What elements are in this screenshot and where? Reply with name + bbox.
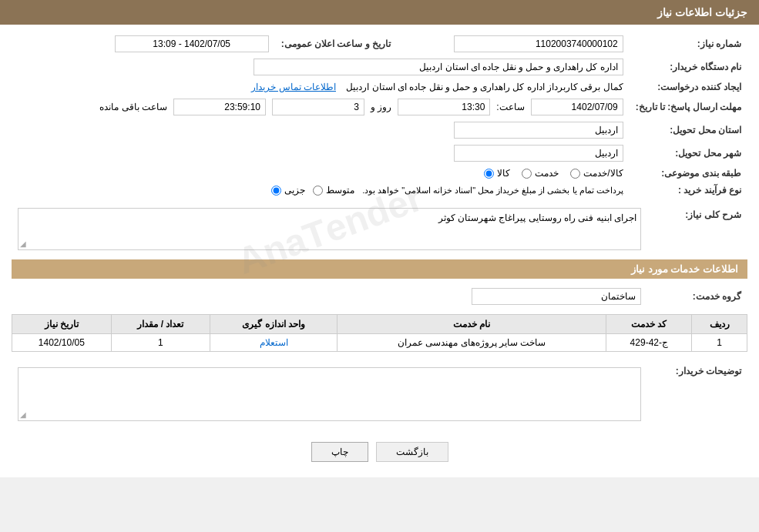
response-remaining: 23:59:10 — [173, 99, 266, 115]
creator-label: ایجاد کننده درخواست: — [630, 79, 747, 95]
buyer-org-label: نام دستگاه خریدار: — [630, 55, 747, 79]
table-row: 1ج-42-429ساخت سایر پروژه‌های مهندسی عمرا… — [12, 334, 747, 352]
response-deadline-label: مهلت ارسال پاسخ: تا تاریخ: — [630, 95, 747, 119]
category-kala-khedmat-radio[interactable] — [570, 169, 580, 179]
city-label: شهر محل تحویل: — [630, 142, 747, 165]
resize-handle: ◢ — [20, 239, 26, 248]
category-kala-radio[interactable] — [484, 169, 494, 179]
purchase-jozi-option[interactable]: جزیی — [271, 185, 305, 196]
resize-handle-notes: ◢ — [20, 410, 26, 419]
service-group-label: گروه خدمت: — [647, 285, 747, 308]
response-days-label: روز و — [371, 102, 391, 112]
city-value: اردبیل — [454, 145, 623, 162]
page-title: جزئیات اطلاعات نیاز — [657, 6, 747, 18]
category-kala-option[interactable]: کالا — [484, 168, 510, 179]
purchase-motavasset-radio[interactable] — [313, 186, 323, 196]
purchase-jozi-radio[interactable] — [271, 186, 281, 196]
category-khedmat-label: خدمت — [535, 168, 559, 179]
general-desc-box: AnaТender اجرای ابنیه فنی راه روستایی پی… — [18, 208, 641, 250]
back-button[interactable]: بازگشت — [376, 442, 448, 462]
purchase-desc: پرداخت تمام یا بخشی از مبلغ خریداز محل "… — [362, 186, 623, 196]
announcement-date-value: 1402/07/05 - 13:09 — [115, 35, 269, 52]
need-number-value: 1102003740000102 — [454, 35, 623, 52]
category-kala-khedmat-option[interactable]: کالا/خدمت — [570, 168, 623, 179]
purchase-jozi-label: جزیی — [284, 185, 305, 196]
general-desc-label: شرح کلی نیاز: — [647, 205, 747, 253]
response-days: 3 — [272, 99, 364, 115]
col-header-code: کد خدمت — [606, 315, 692, 334]
service-group-value: ساختمان — [472, 288, 641, 305]
response-date: 1402/07/09 — [531, 99, 623, 115]
services-section-header: اطلاعات خدمات مورد نیاز — [12, 259, 747, 279]
response-time: 13:30 — [398, 99, 490, 115]
buyer-notes-box[interactable]: ◢ — [18, 367, 641, 421]
col-header-date: تاریخ نیاز — [12, 315, 112, 334]
category-kala-label: کالا — [497, 168, 510, 179]
need-number-label: شماره نیاز: — [630, 32, 747, 55]
announcement-date-label: تاریخ و ساعت اعلان عمومی: — [275, 32, 398, 55]
province-label: استان محل تحویل: — [630, 119, 747, 142]
purchase-motavasset-option[interactable]: متوسط — [313, 185, 354, 196]
print-button[interactable]: چاپ — [311, 442, 368, 462]
category-label: طبقه بندی موضوعی: — [630, 165, 747, 182]
contact-link[interactable]: اطلاعات تماس خریدار — [251, 82, 336, 92]
purchase-type-label: نوع فرآیند خرید : — [630, 182, 747, 199]
response-time-label: ساعت: — [496, 102, 524, 112]
col-header-qty: تعداد / مقدار — [111, 315, 210, 334]
response-remaining-label: ساعت باقی مانده — [99, 102, 167, 112]
buyer-org-value: اداره کل راهداری و حمل و نقل جاده ای است… — [254, 59, 623, 75]
category-khedmat-option[interactable]: خدمت — [522, 168, 559, 179]
category-kala-khedmat-label: کالا/خدمت — [583, 168, 623, 179]
buyer-notes-label: توضیحات خریدار: — [647, 361, 747, 424]
purchase-motavasset-label: متوسط — [326, 185, 354, 196]
general-desc-value: اجرای ابنیه فنی راه روستایی پیراغاج شهرس… — [438, 212, 636, 223]
services-table: ردیف کد خدمت نام خدمت واحد اندازه گیری ت… — [12, 314, 747, 352]
col-header-name: نام خدمت — [337, 315, 606, 334]
col-header-row: ردیف — [692, 315, 747, 334]
province-value: اردبیل — [454, 122, 623, 139]
page-header: جزئیات اطلاعات نیاز — [0, 0, 759, 25]
category-khedmat-radio[interactable] — [522, 169, 532, 179]
creator-value: کمال برقی کاربرداز اداره کل راهداری و حم… — [346, 82, 623, 92]
button-row: بازگشت چاپ — [12, 430, 747, 470]
col-header-unit: واحد اندازه گیری — [210, 315, 338, 334]
